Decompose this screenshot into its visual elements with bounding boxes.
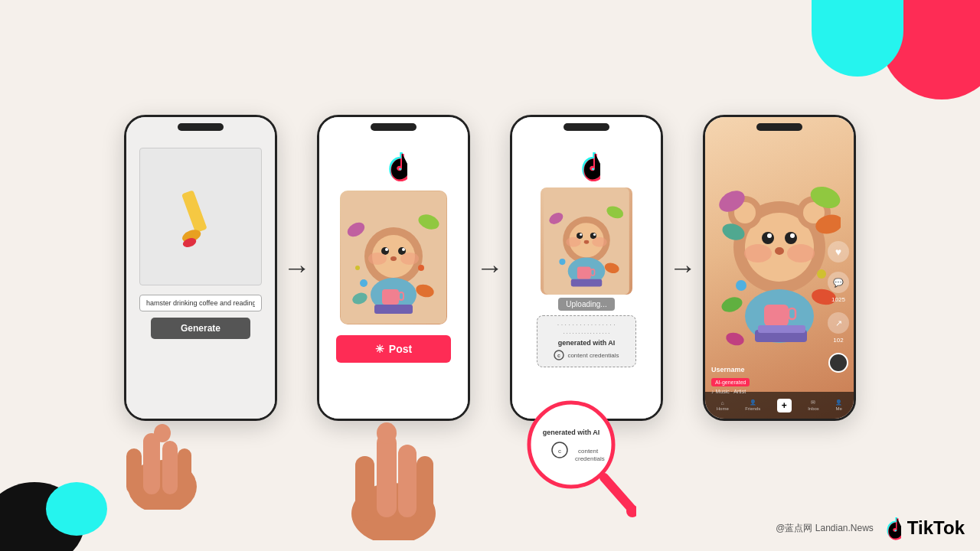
svg-point-8	[154, 424, 171, 442]
comment-count: 1025	[831, 296, 845, 303]
svg-point-71	[762, 232, 774, 244]
phone4-content: ♥ 💬 1025 ↗ 102 Username AI-generated ♪ M…	[705, 117, 854, 419]
svg-rect-5	[162, 441, 178, 494]
svg-point-16	[390, 256, 397, 261]
svg-rect-47	[577, 267, 591, 279]
hamster-image-phone2	[340, 191, 447, 324]
phone2-wrapper: ✳ Post	[317, 115, 470, 421]
like-icon: ♥	[828, 241, 849, 262]
generated-ai-text: generated with AI	[558, 339, 616, 347]
phone3-content: Uploading... · · · · · · · · · · · · · ·…	[512, 117, 661, 419]
svg-rect-82	[758, 325, 805, 333]
phone2: ✳ Post	[317, 115, 470, 421]
svg-line-57	[604, 478, 632, 510]
phone1-notch	[178, 123, 224, 131]
comment-icon: 💬	[828, 272, 849, 293]
svg-point-42	[593, 233, 596, 236]
svg-point-56	[529, 403, 613, 487]
phone3: Uploading... · · · · · · · · · · · · · ·…	[510, 115, 663, 421]
svg-point-15	[402, 248, 405, 251]
svg-rect-0	[181, 190, 207, 233]
hand2-icon	[325, 387, 462, 540]
svg-point-18	[400, 253, 419, 265]
phone4-navbar: ⌂ Home 👤 Friends + ✉ Inbox	[705, 392, 854, 419]
svg-text:credentials: credentials	[575, 455, 605, 462]
nav-add[interactable]: +	[777, 399, 792, 412]
nav-friends[interactable]: 👤 Friends	[745, 399, 760, 411]
avatar-icon	[828, 353, 848, 373]
svg-rect-7	[178, 448, 191, 494]
svg-point-14	[385, 248, 388, 251]
svg-rect-49	[571, 279, 602, 287]
post-icon: ✳	[375, 343, 384, 355]
credential-dots2: · · · · · · · · · · · · · · · ·	[564, 331, 609, 336]
svg-point-35	[377, 422, 397, 444]
nav-inbox[interactable]: ✉ Inbox	[808, 399, 819, 411]
credential-dots: · · · · · · · · · · · · · · · ·	[557, 322, 616, 328]
nav-me[interactable]: 👤 Me	[835, 399, 842, 411]
svg-rect-79	[764, 305, 789, 326]
landian-credit: @蓝点网 Landian.News	[776, 522, 874, 535]
arrow3: →	[669, 252, 697, 284]
svg-rect-4	[143, 433, 160, 494]
svg-rect-33	[355, 456, 374, 521]
svg-rect-22	[374, 305, 413, 314]
content-credentials-text: content credentials	[567, 352, 619, 359]
phone4-music: ♪ Music · Artist	[711, 389, 750, 394]
phone1-wrapper: Generate	[124, 115, 277, 421]
upload-status: Uploading...	[558, 298, 614, 311]
hamster-svg-phone2	[341, 191, 446, 324]
phone1-canvas	[139, 148, 262, 285]
tiktok-footer-logo	[880, 516, 901, 540]
hand1-icon	[101, 387, 224, 510]
svg-point-45	[592, 237, 606, 247]
phone4-wrapper: ♥ 💬 1025 ↗ 102 Username AI-generated ♪ M…	[703, 115, 856, 421]
arrow1: →	[283, 252, 311, 284]
svg-point-44	[566, 237, 580, 247]
magnify-container: generated with AI c content credentials	[521, 395, 636, 551]
credential-badge: · · · · · · · · · · · · · · · · · · · · …	[537, 315, 636, 367]
phone4-ai-badge: AI-generated	[711, 378, 750, 386]
svg-text:c: c	[557, 353, 560, 358]
svg-rect-32	[398, 445, 416, 517]
svg-point-29	[355, 266, 360, 270]
generate-button[interactable]: Generate	[151, 318, 250, 339]
phone4: ♥ 💬 1025 ↗ 102 Username AI-generated ♪ M…	[703, 115, 856, 421]
phones-row: Generate →	[124, 115, 856, 421]
svg-point-43	[584, 240, 589, 244]
svg-point-77	[787, 244, 815, 262]
nav-home[interactable]: ⌂ Home	[717, 400, 729, 411]
svg-point-90	[817, 269, 826, 279]
ai-prompt-input[interactable]	[139, 295, 262, 311]
phone2-notch	[371, 123, 416, 131]
svg-point-73	[767, 233, 772, 238]
tiktok-brand-text: TikTok	[907, 517, 965, 539]
phone4-notch	[756, 123, 802, 131]
hand1-container	[101, 387, 224, 513]
phone3-wrapper: Uploading... · · · · · · · · · · · · · ·…	[510, 115, 663, 421]
phone1-content: Generate	[126, 117, 275, 419]
svg-point-28	[418, 265, 424, 271]
phone4-bottom-info: Username AI-generated ♪ Music · Artist	[711, 366, 750, 394]
svg-point-27	[360, 279, 368, 287]
phone4-sidebar: ♥ 💬 1025 ↗ 102	[828, 241, 849, 373]
svg-text:c: c	[558, 448, 561, 455]
svg-rect-31	[377, 433, 397, 517]
svg-point-74	[790, 233, 795, 238]
svg-rect-6	[126, 448, 142, 494]
phone1: Generate	[124, 115, 277, 421]
phone3-notch	[564, 123, 609, 131]
arrow2: →	[476, 252, 504, 284]
hamster-feed-svg	[718, 155, 841, 370]
paintbrush-icon	[166, 182, 235, 251]
svg-rect-20	[382, 289, 399, 305]
magnifying-glass-icon: generated with AI c content credentials	[521, 395, 636, 548]
svg-point-75	[775, 247, 784, 255]
svg-point-53	[559, 259, 565, 265]
post-button[interactable]: ✳ Post	[336, 335, 451, 363]
svg-point-72	[785, 232, 797, 244]
post-label: Post	[389, 343, 412, 355]
share-icon: ↗	[828, 312, 849, 334]
phone2-content: ✳ Post	[319, 117, 468, 419]
svg-point-17	[368, 253, 387, 265]
